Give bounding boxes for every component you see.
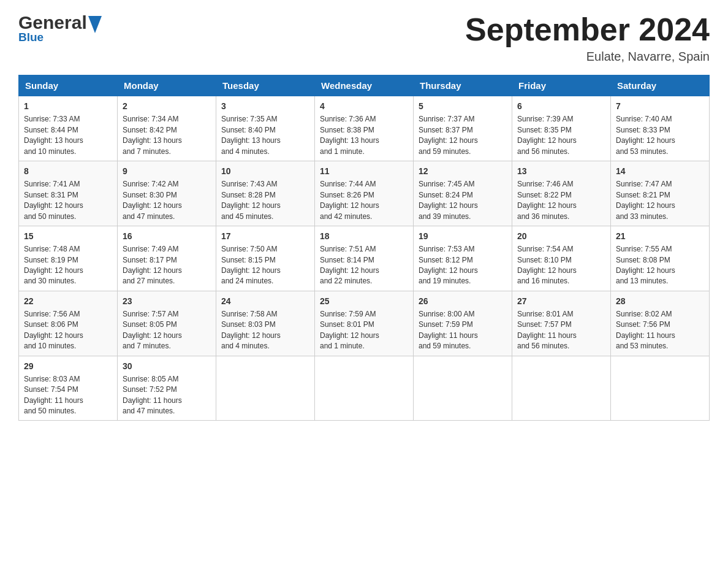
calendar-cell: 26 Sunrise: 8:00 AM Sunset: 7:59 PM Dayl… [414,291,512,356]
logo-arrow-icon [88,16,102,33]
calendar-cell: 18 Sunrise: 7:51 AM Sunset: 8:14 PM Dayl… [315,226,414,291]
day-number: 23 [123,295,211,307]
calendar-cell [512,356,611,421]
day-number: 19 [419,230,507,242]
location-title: Eulate, Navarre, Spain [465,50,710,64]
calendar-cell: 17 Sunrise: 7:50 AM Sunset: 8:15 PM Dayl… [216,226,315,291]
day-number: 6 [517,100,605,112]
day-info: Sunrise: 8:02 AM Sunset: 7:56 PM Dayligh… [616,309,704,352]
day-info: Sunrise: 7:37 AM Sunset: 8:37 PM Dayligh… [419,114,507,157]
day-info: Sunrise: 8:03 AM Sunset: 7:54 PM Dayligh… [24,374,112,417]
calendar-cell: 7 Sunrise: 7:40 AM Sunset: 8:33 PM Dayli… [611,96,710,161]
calendar-cell: 24 Sunrise: 7:58 AM Sunset: 8:03 PM Dayl… [216,291,315,356]
day-number: 30 [123,360,211,372]
calendar-cell: 30 Sunrise: 8:05 AM Sunset: 7:52 PM Dayl… [118,356,216,421]
day-number: 7 [616,100,704,112]
day-info: Sunrise: 7:42 AM Sunset: 8:30 PM Dayligh… [123,179,211,222]
header-wednesday: Wednesday [315,75,414,96]
week-row-2: 8 Sunrise: 7:41 AM Sunset: 8:31 PM Dayli… [19,161,710,226]
calendar-cell: 21 Sunrise: 7:55 AM Sunset: 8:08 PM Dayl… [611,226,710,291]
calendar-cell: 22 Sunrise: 7:56 AM Sunset: 8:06 PM Dayl… [19,291,118,356]
calendar-cell: 10 Sunrise: 7:43 AM Sunset: 8:28 PM Dayl… [216,161,315,226]
day-info: Sunrise: 7:48 AM Sunset: 8:19 PM Dayligh… [24,244,112,287]
calendar-cell: 25 Sunrise: 7:59 AM Sunset: 8:01 PM Dayl… [315,291,414,356]
day-number: 15 [24,230,112,242]
day-info: Sunrise: 7:44 AM Sunset: 8:26 PM Dayligh… [320,179,408,222]
calendar-cell: 28 Sunrise: 8:02 AM Sunset: 7:56 PM Dayl… [611,291,710,356]
day-info: Sunrise: 7:51 AM Sunset: 8:14 PM Dayligh… [320,244,408,287]
day-info: Sunrise: 8:00 AM Sunset: 7:59 PM Dayligh… [419,309,507,352]
calendar-cell: 3 Sunrise: 7:35 AM Sunset: 8:40 PM Dayli… [216,96,315,161]
day-number: 21 [616,230,704,242]
day-info: Sunrise: 8:05 AM Sunset: 7:52 PM Dayligh… [123,374,211,417]
month-title: September 2024 [465,12,710,47]
svg-marker-0 [88,16,102,33]
day-info: Sunrise: 7:46 AM Sunset: 8:22 PM Dayligh… [517,179,605,222]
calendar-cell: 2 Sunrise: 7:34 AM Sunset: 8:42 PM Dayli… [118,96,216,161]
logo-area: General Blue [18,12,102,44]
week-row-4: 22 Sunrise: 7:56 AM Sunset: 8:06 PM Dayl… [19,291,710,356]
day-number: 20 [517,230,605,242]
header-saturday: Saturday [611,75,710,96]
day-info: Sunrise: 7:41 AM Sunset: 8:31 PM Dayligh… [24,179,112,222]
day-number: 22 [24,295,112,307]
day-number: 26 [419,295,507,307]
header-tuesday: Tuesday [216,75,315,96]
calendar-table: SundayMondayTuesdayWednesdayThursdayFrid… [18,75,710,421]
week-row-3: 15 Sunrise: 7:48 AM Sunset: 8:19 PM Dayl… [19,226,710,291]
day-info: Sunrise: 7:58 AM Sunset: 8:03 PM Dayligh… [221,309,309,352]
calendar-cell: 15 Sunrise: 7:48 AM Sunset: 8:19 PM Dayl… [19,226,118,291]
calendar-cell: 19 Sunrise: 7:53 AM Sunset: 8:12 PM Dayl… [414,226,512,291]
day-info: Sunrise: 7:56 AM Sunset: 8:06 PM Dayligh… [24,309,112,352]
calendar-cell: 1 Sunrise: 7:33 AM Sunset: 8:44 PM Dayli… [19,96,118,161]
day-info: Sunrise: 7:59 AM Sunset: 8:01 PM Dayligh… [320,309,408,352]
calendar-cell [611,356,710,421]
day-info: Sunrise: 7:39 AM Sunset: 8:35 PM Dayligh… [517,114,605,157]
day-number: 12 [419,165,507,177]
day-number: 28 [616,295,704,307]
day-number: 4 [320,100,408,112]
day-info: Sunrise: 7:40 AM Sunset: 8:33 PM Dayligh… [616,114,704,157]
title-area: September 2024 Eulate, Navarre, Spain [465,12,710,64]
calendar-cell: 6 Sunrise: 7:39 AM Sunset: 8:35 PM Dayli… [512,96,611,161]
header-sunday: Sunday [19,75,118,96]
calendar-cell [216,356,315,421]
week-row-1: 1 Sunrise: 7:33 AM Sunset: 8:44 PM Dayli… [19,96,710,161]
day-number: 14 [616,165,704,177]
header-thursday: Thursday [414,75,512,96]
calendar-cell: 4 Sunrise: 7:36 AM Sunset: 8:38 PM Dayli… [315,96,414,161]
day-info: Sunrise: 7:54 AM Sunset: 8:10 PM Dayligh… [517,244,605,287]
calendar-cell: 16 Sunrise: 7:49 AM Sunset: 8:17 PM Dayl… [118,226,216,291]
calendar-cell: 5 Sunrise: 7:37 AM Sunset: 8:37 PM Dayli… [414,96,512,161]
calendar-cell: 8 Sunrise: 7:41 AM Sunset: 8:31 PM Dayli… [19,161,118,226]
day-info: Sunrise: 7:43 AM Sunset: 8:28 PM Dayligh… [221,179,309,222]
logo-general-text: General [18,12,87,33]
day-info: Sunrise: 7:49 AM Sunset: 8:17 PM Dayligh… [123,244,211,287]
calendar-cell [315,356,414,421]
day-info: Sunrise: 7:36 AM Sunset: 8:38 PM Dayligh… [320,114,408,157]
calendar-cell: 14 Sunrise: 7:47 AM Sunset: 8:21 PM Dayl… [611,161,710,226]
calendar-cell: 12 Sunrise: 7:45 AM Sunset: 8:24 PM Dayl… [414,161,512,226]
calendar-cell [414,356,512,421]
day-number: 9 [123,165,211,177]
header-monday: Monday [118,75,216,96]
day-number: 2 [123,100,211,112]
day-number: 5 [419,100,507,112]
day-info: Sunrise: 8:01 AM Sunset: 7:57 PM Dayligh… [517,309,605,352]
day-info: Sunrise: 7:33 AM Sunset: 8:44 PM Dayligh… [24,114,112,157]
calendar-cell: 27 Sunrise: 8:01 AM Sunset: 7:57 PM Dayl… [512,291,611,356]
day-number: 24 [221,295,309,307]
day-number: 29 [24,360,112,372]
day-info: Sunrise: 7:34 AM Sunset: 8:42 PM Dayligh… [123,114,211,157]
calendar-cell: 11 Sunrise: 7:44 AM Sunset: 8:26 PM Dayl… [315,161,414,226]
week-row-5: 29 Sunrise: 8:03 AM Sunset: 7:54 PM Dayl… [19,356,710,421]
day-number: 18 [320,230,408,242]
day-number: 17 [221,230,309,242]
page-header: General Blue September 2024 Eulate, Nava… [18,12,710,64]
calendar-header-row: SundayMondayTuesdayWednesdayThursdayFrid… [19,75,710,96]
logo: General [18,12,102,33]
day-info: Sunrise: 7:47 AM Sunset: 8:21 PM Dayligh… [616,179,704,222]
day-number: 13 [517,165,605,177]
day-number: 1 [24,100,112,112]
day-info: Sunrise: 7:35 AM Sunset: 8:40 PM Dayligh… [221,114,309,157]
